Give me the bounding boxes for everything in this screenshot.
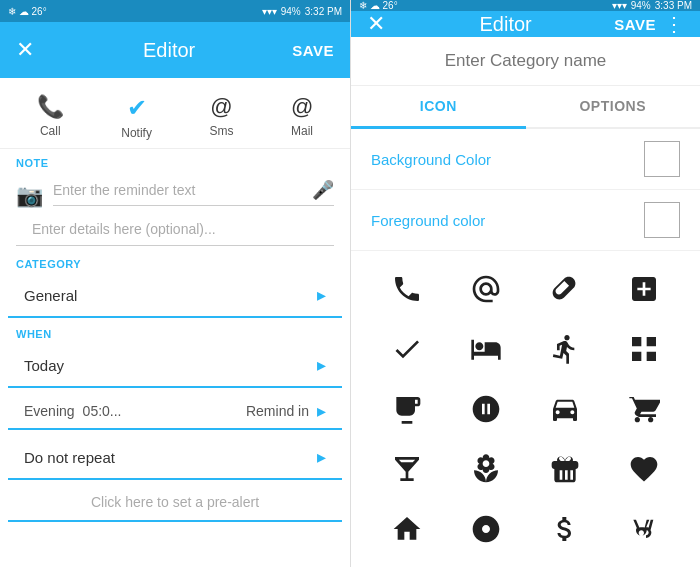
at-icon-cell[interactable] — [446, 259, 525, 319]
mic-icon[interactable]: 🎤 — [312, 179, 334, 201]
right-panel: ❄ ☁ 26° ▾▾▾ 94% 3:33 PM ✕ Editor SAVE ⋮ … — [350, 0, 700, 567]
save-button-left[interactable]: SAVE — [292, 42, 334, 59]
tab-options[interactable]: OPTIONS — [526, 86, 701, 127]
repeat-field[interactable]: Do not repeat ▸ — [8, 436, 342, 480]
cocktail-icon — [391, 453, 423, 485]
status-bar-right: ❄ ☁ 26° ▾▾▾ 94% 3:33 PM — [351, 0, 700, 11]
at-sign-icon — [470, 273, 502, 305]
grid-icon-cell[interactable] — [605, 319, 684, 379]
time-row[interactable]: Evening 05:0... Remind in ▸ — [8, 394, 342, 430]
coffee-icon — [391, 393, 423, 425]
action-notify[interactable]: ✔ Notify — [121, 94, 152, 140]
category-field[interactable]: General ▸ — [8, 274, 342, 318]
when-value: Today — [24, 357, 64, 374]
heart-icon — [628, 453, 660, 485]
foreground-color-label: Foreground color — [371, 212, 485, 229]
notify-icon: ✔ — [127, 94, 147, 122]
bed-icon — [470, 333, 502, 365]
icon-grid — [351, 251, 700, 567]
note-section: 📷 Enter the reminder text 🎤 — [0, 171, 350, 217]
sms-label: Sms — [209, 124, 233, 138]
dollar-sign-icon — [549, 513, 581, 545]
tab-icon[interactable]: ICON — [351, 86, 526, 129]
foreground-color-swatch[interactable] — [644, 202, 680, 238]
glasses-icon-cell[interactable] — [605, 499, 684, 559]
note-input-row: Enter the reminder text 🎤 — [53, 179, 334, 206]
more-options-button[interactable]: ⋮ — [664, 12, 684, 36]
category-value: General — [24, 287, 77, 304]
tabs-row: ICON OPTIONS — [351, 86, 700, 129]
repeat-arrow-icon: ▸ — [317, 446, 326, 468]
when-field[interactable]: Today ▸ — [8, 344, 342, 388]
medical-cross-icon — [628, 273, 660, 305]
action-call[interactable]: 📞 Call — [37, 94, 64, 140]
action-mail[interactable]: @ Mail — [291, 94, 313, 140]
time-clock: 05:0... — [83, 403, 122, 419]
right-header: ✕ Editor SAVE ⋮ — [351, 11, 700, 37]
status-right-right: ▾▾▾ 94% 3:33 PM — [612, 0, 692, 11]
category-section-label: CATEGORY — [0, 250, 350, 272]
checkmark-icon-cell[interactable] — [367, 319, 446, 379]
repeat-value: Do not repeat — [24, 449, 115, 466]
grid-icon — [628, 333, 660, 365]
notify-label: Notify — [121, 126, 152, 140]
save-button-right[interactable]: SAVE — [614, 16, 656, 33]
bed-icon-cell[interactable] — [446, 319, 525, 379]
call-icon: 📞 — [37, 94, 64, 120]
home-icon-cell[interactable] — [367, 499, 446, 559]
shopping-cart-icon — [628, 393, 660, 425]
close-button-right[interactable]: ✕ — [367, 11, 397, 37]
phone-icon-cell[interactable] — [367, 259, 446, 319]
action-bar: 📞 Call ✔ Notify @ Sms @ Mail — [0, 78, 350, 149]
coffee-icon-cell[interactable] — [367, 379, 446, 439]
status-right-left: ▾▾▾ 94% 3:32 PM — [262, 6, 342, 17]
pre-alert-field[interactable]: Click here to set a pre-alert — [8, 484, 342, 522]
background-color-row[interactable]: Background Color — [351, 129, 700, 190]
pill-icon-cell[interactable] — [526, 259, 605, 319]
home-icon — [391, 513, 423, 545]
background-color-label: Background Color — [371, 151, 491, 168]
note-section-label: NOTE — [0, 149, 350, 171]
bicycle-icon-cell[interactable] — [526, 319, 605, 379]
glasses-icon — [628, 513, 660, 545]
remind-in-label: Remind in — [246, 403, 309, 419]
medical-icon-cell[interactable] — [605, 259, 684, 319]
dollar-icon-cell[interactable] — [526, 499, 605, 559]
bicycle-icon — [549, 333, 581, 365]
when-arrow-icon: ▸ — [317, 354, 326, 376]
camera-circle-icon — [470, 513, 502, 545]
time-arrow-icon: ▸ — [317, 400, 326, 422]
camera-circle-icon-cell[interactable] — [446, 499, 525, 559]
call-label: Call — [40, 124, 61, 138]
foreground-color-row[interactable]: Foreground color — [351, 190, 700, 251]
category-arrow-icon: ▸ — [317, 284, 326, 306]
left-panel: ❄ ☁ 26° ▾▾▾ 94% 3:32 PM ✕ Editor SAVE 📞 … — [0, 0, 350, 567]
water-icon-cell[interactable] — [446, 379, 525, 439]
heart-icon-cell[interactable] — [605, 439, 684, 499]
details-input[interactable]: Enter details here (optional)... — [16, 217, 334, 246]
status-bar-left: ❄ ☁ 26° ▾▾▾ 94% 3:32 PM — [0, 0, 350, 22]
flower-icon-cell[interactable] — [446, 439, 525, 499]
category-name-input[interactable] — [351, 37, 700, 86]
note-placeholder[interactable]: Enter the reminder text — [53, 182, 195, 198]
flower-icon — [470, 453, 502, 485]
action-sms[interactable]: @ Sms — [209, 94, 233, 140]
sms-icon: @ — [210, 94, 232, 120]
mail-label: Mail — [291, 124, 313, 138]
car-icon-cell[interactable] — [526, 379, 605, 439]
note-input-area: Enter the reminder text 🎤 — [53, 179, 334, 206]
car-icon — [549, 393, 581, 425]
cocktail-icon-cell[interactable] — [367, 439, 446, 499]
background-color-swatch[interactable] — [644, 141, 680, 177]
status-icons-left: ❄ ☁ 26° — [8, 6, 47, 17]
page-title-left: Editor — [46, 39, 292, 62]
page-title-right: Editor — [397, 13, 614, 36]
checkmark-icon — [391, 333, 423, 365]
status-icons-right: ❄ ☁ 26° — [359, 0, 398, 11]
mail-icon: @ — [291, 94, 313, 120]
left-header: ✕ Editor SAVE — [0, 22, 350, 78]
camera-attach-icon[interactable]: 📷 — [16, 183, 43, 209]
close-button[interactable]: ✕ — [16, 37, 46, 63]
cart-icon-cell[interactable] — [605, 379, 684, 439]
gift-icon-cell[interactable] — [526, 439, 605, 499]
